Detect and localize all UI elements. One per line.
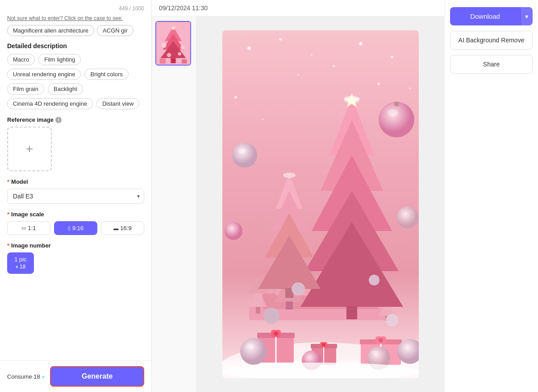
model-select[interactable]: Dall E3 <box>7 189 144 204</box>
svg-point-6 <box>180 45 185 50</box>
svg-rect-32 <box>256 307 260 314</box>
hint-text: Not sure what to enter? Click on the cas… <box>7 15 144 21</box>
tag-macro[interactable]: Macro <box>7 54 35 65</box>
image-number-btn[interactable]: 1 pic ♦ 18 <box>7 252 34 274</box>
svg-rect-49 <box>346 306 357 319</box>
svg-point-8 <box>178 52 181 56</box>
svg-point-7 <box>167 53 171 58</box>
tag-list: Macro Film lighting Unreal rendering eng… <box>7 54 144 109</box>
svg-rect-10 <box>182 59 187 64</box>
scale-options: ▭ 1:1 ▯ 9:16 ▬ 16:9 <box>7 221 144 235</box>
svg-rect-78 <box>394 102 399 106</box>
download-dropdown-button[interactable]: ▾ <box>520 7 533 25</box>
suggestion-chips: Magnificent alien architecture ACGN gir <box>7 25 144 36</box>
right-panel: Download ▾ AI Background Remove Share <box>444 0 538 392</box>
svg-point-89 <box>292 282 305 296</box>
suggestion-chip-1[interactable]: Magnificent alien architecture <box>7 25 94 36</box>
svg-point-22 <box>262 119 263 120</box>
svg-rect-39 <box>286 301 293 309</box>
svg-rect-12 <box>222 30 419 378</box>
svg-point-63 <box>274 331 278 336</box>
svg-rect-4 <box>171 58 175 63</box>
ai-bg-remove-button[interactable]: AI Background Remove <box>450 31 533 50</box>
svg-rect-9 <box>160 58 166 63</box>
thumbnail-1[interactable] <box>155 21 191 66</box>
svg-point-77 <box>388 109 398 116</box>
svg-point-76 <box>379 102 414 137</box>
svg-point-13 <box>247 46 251 50</box>
scale-9-16[interactable]: ▯ 9:16 <box>54 221 97 235</box>
tag-film-grain[interactable]: Film grain <box>7 83 44 95</box>
svg-point-81 <box>396 206 419 229</box>
char-counter: 449 / 1000 <box>7 5 144 12</box>
scale-16-9-icon: ▬ <box>113 226 118 231</box>
svg-point-21 <box>377 83 380 85</box>
reference-info-icon[interactable]: i <box>55 117 62 123</box>
svg-point-90 <box>369 275 380 285</box>
sidebar-footer: Consume 18 ♦ Generate <box>0 360 151 392</box>
image-number-label: *Image number <box>7 242 144 249</box>
left-sidebar: 449 / 1000 Not sure what to enter? Click… <box>0 0 152 392</box>
detailed-section-title: Detailed description <box>7 42 144 50</box>
svg-point-57 <box>283 173 296 178</box>
svg-point-56 <box>344 96 360 103</box>
gem-cost: ♦ 18 <box>16 264 25 271</box>
svg-point-5 <box>161 43 166 48</box>
svg-point-18 <box>409 87 411 89</box>
svg-point-75 <box>322 343 325 347</box>
download-button[interactable]: Download <box>450 7 520 25</box>
svg-point-80 <box>238 149 246 153</box>
tag-distant-view[interactable]: Distant view <box>96 98 139 109</box>
svg-point-69 <box>379 338 383 342</box>
main-image-canvas <box>222 30 419 378</box>
suggestion-chip-2[interactable]: ACGN gir <box>97 25 133 36</box>
svg-point-82 <box>225 222 242 240</box>
svg-point-20 <box>297 74 299 76</box>
scale-section-label: *Image scale <box>7 211 144 218</box>
thumbnail-panel <box>152 17 196 392</box>
svg-point-91 <box>263 308 279 324</box>
svg-point-16 <box>359 42 363 45</box>
svg-point-83 <box>240 338 267 365</box>
svg-point-23 <box>333 65 335 67</box>
model-section-label: *Model <box>7 178 144 185</box>
svg-point-87 <box>371 351 379 355</box>
reference-image-upload[interactable]: + <box>7 127 52 171</box>
image-number-value: 1 pic <box>14 256 26 264</box>
download-button-group: Download ▾ <box>450 7 533 25</box>
svg-point-15 <box>311 54 313 56</box>
image-timestamp: 09/12/2024 11:30 <box>152 0 444 17</box>
gem-icon-footer: ♦ <box>42 373 45 380</box>
tag-backlight[interactable]: Backlight <box>48 83 83 95</box>
svg-point-84 <box>246 343 254 349</box>
scale-16-9[interactable]: ▬ 16:9 <box>101 221 144 235</box>
consume-text: Consume 18 ♦ <box>7 373 45 380</box>
scale-9-16-icon: ▯ <box>68 225 71 231</box>
plus-icon: + <box>26 143 33 155</box>
reference-section-label: Reference image i <box>7 116 144 123</box>
svg-point-79 <box>232 143 257 168</box>
model-select-wrapper: Dall E3 ▾ <box>7 189 144 204</box>
tag-bright-colors[interactable]: Bright colors <box>84 69 128 80</box>
tag-cinema4d[interactable]: Cinema 4D rendering engine <box>7 98 93 109</box>
scale-1-1-icon: ▭ <box>21 225 26 231</box>
svg-point-19 <box>234 96 237 99</box>
main-image-area <box>196 17 444 392</box>
share-button[interactable]: Share <box>450 55 533 74</box>
svg-point-92 <box>386 314 398 326</box>
thumbnail-image-1 <box>156 22 190 65</box>
tag-film-lighting[interactable]: Film lighting <box>38 54 81 65</box>
gem-icon: ♦ <box>16 264 18 271</box>
scale-1-1[interactable]: ▭ 1:1 <box>7 221 50 235</box>
tag-unreal[interactable]: Unreal rendering engine <box>7 69 81 80</box>
svg-point-14 <box>279 38 282 41</box>
svg-point-17 <box>391 56 393 58</box>
main-image <box>222 30 419 378</box>
image-number-section: 1 pic ♦ 18 <box>7 252 144 274</box>
main-content: 09/12/2024 11:30 <box>152 0 444 392</box>
generate-button[interactable]: Generate <box>50 366 144 387</box>
image-workspace <box>152 17 444 392</box>
